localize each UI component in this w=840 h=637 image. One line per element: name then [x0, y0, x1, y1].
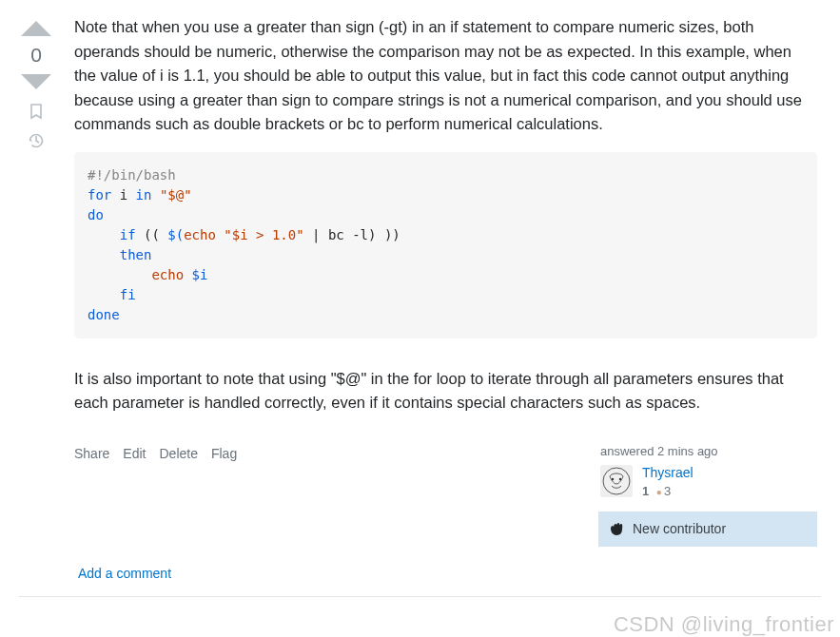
code-token: "$@" [151, 187, 191, 203]
user-info: Thysrael 1 ●3 [598, 465, 817, 498]
vote-score: 0 [30, 44, 42, 67]
bronze-badge-icon: ● [656, 487, 662, 497]
code-token: fi [120, 287, 136, 302]
code-token: echo [184, 227, 216, 242]
rep-score: 1 [642, 484, 649, 498]
upvote-button[interactable] [19, 17, 53, 38]
svg-point-2 [619, 478, 621, 480]
code-token: for [88, 187, 111, 203]
divider [19, 596, 821, 597]
user-details: Thysrael 1 ●3 [642, 465, 693, 498]
share-link[interactable]: Share [74, 446, 109, 461]
code-token: do [88, 207, 104, 222]
flag-link[interactable]: Flag [211, 446, 237, 461]
downvote-button[interactable] [19, 72, 53, 93]
code-token: echo [151, 267, 184, 282]
add-comment-link[interactable]: Add a comment [74, 566, 817, 596]
user-card: answered 2 mins ago Thysrael 1 ●3 [598, 444, 817, 547]
bronze-count: 3 [664, 484, 671, 498]
new-contributor-banner: New contributor [598, 512, 817, 547]
paragraph: Note that when you use a greater than si… [74, 15, 817, 137]
answer-content: Note that when you use a greater than si… [57, 15, 821, 596]
code-token: "$i > 1.0" [216, 227, 304, 242]
watermark: CSDN @living_frontier [614, 612, 834, 637]
delete-link[interactable]: Delete [159, 446, 197, 461]
wave-icon [608, 519, 625, 539]
code-token: in [136, 187, 152, 203]
code-token: ) )) [368, 227, 400, 242]
user-name-link[interactable]: Thysrael [642, 465, 693, 480]
paragraph: It is also important to note that using … [74, 367, 817, 415]
code-token: done [88, 307, 120, 322]
code-token: (( [136, 227, 168, 242]
code-token: if [120, 227, 136, 242]
code-block: #!/bin/bash for i in "$@" do if (( $(ech… [74, 152, 817, 338]
history-icon[interactable] [28, 132, 45, 152]
action-links: Share Edit Delete Flag [74, 446, 237, 461]
avatar[interactable] [600, 465, 633, 497]
edit-link[interactable]: Edit [123, 446, 146, 461]
svg-point-0 [603, 468, 630, 494]
user-reputation: 1 ●3 [642, 484, 693, 498]
code-token: i [111, 187, 135, 203]
answer-body: Note that when you use a greater than si… [74, 15, 817, 415]
svg-point-1 [612, 478, 614, 480]
bookmark-icon[interactable] [28, 103, 45, 123]
vote-column: 0 [15, 15, 57, 596]
code-token: $( [167, 227, 184, 242]
code-token: $i [184, 267, 207, 282]
code-token: then [120, 247, 152, 262]
code-token: #!/bin/bash [88, 167, 176, 183]
answered-time: answered 2 mins ago [598, 444, 817, 465]
new-contributor-label: New contributor [633, 521, 726, 536]
answer-post: 0 Note that when you use a greater than … [0, 0, 840, 596]
code-token: | bc -l [304, 227, 368, 242]
actions-row: Share Edit Delete Flag answered 2 mins a… [74, 444, 817, 547]
